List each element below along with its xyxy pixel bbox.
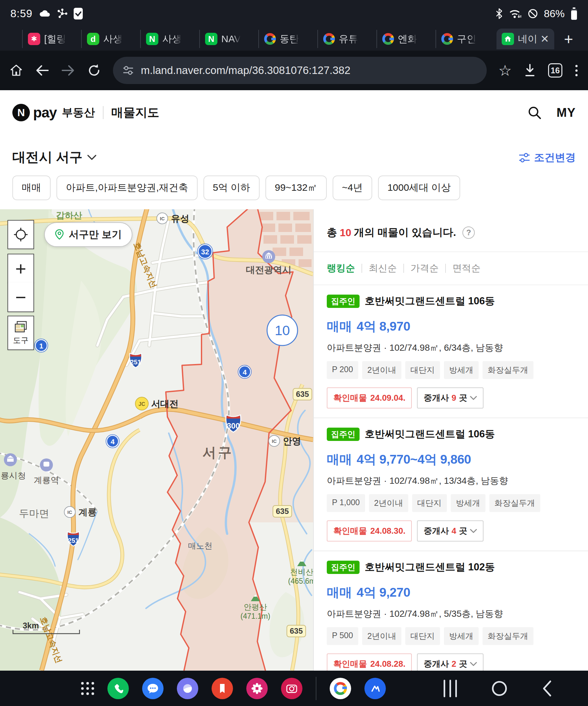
sort-newest[interactable]: 최신순 xyxy=(362,262,403,275)
screen: 8:59 86% ✱[힐링 d사생 N사생 NNAV 동탄 유튜 엔화 구인 네… xyxy=(0,0,588,706)
cluster-marker[interactable]: 10 xyxy=(267,315,298,346)
tag: 화장실두개 xyxy=(482,361,534,379)
sort-area[interactable]: 면적순 xyxy=(446,262,487,275)
home-key[interactable] xyxy=(492,681,507,696)
route-4-badge-north: 4 xyxy=(238,365,251,379)
content: 갑하산 IC 유성 32 xyxy=(0,209,588,671)
chip-age[interactable]: ~4년 xyxy=(332,175,372,200)
google-app-icon[interactable] xyxy=(330,678,351,699)
listing-title[interactable]: 호반써밋그랜드센트럴 106동 xyxy=(365,294,495,308)
messages-app-icon[interactable] xyxy=(142,678,163,699)
taskbar xyxy=(0,671,588,706)
map-tools-button[interactable]: 도구 xyxy=(7,316,34,350)
naver-land-favicon xyxy=(502,33,514,45)
svg-text:계룡시청: 계룡시청 xyxy=(0,471,26,480)
url-bar[interactable]: m.land.naver.com/map/36.3081076:127.382 xyxy=(113,57,487,84)
tab-naver-1[interactable]: N사생 xyxy=(140,30,199,48)
listing-card[interactable]: 집주인 호반써밋그랜드센트럴 106동 매매4억 9,770~4억 9,860 … xyxy=(314,418,588,551)
brokers-dropdown[interactable]: 중개사 4 곳 xyxy=(417,520,483,542)
close-tab-icon[interactable]: ✕ xyxy=(540,34,549,44)
tab-switcher-button[interactable]: 16 xyxy=(548,63,562,78)
tag: 대단지 xyxy=(405,361,440,379)
sort-ranking[interactable]: 랭킹순 xyxy=(327,262,361,275)
tab-healing[interactable]: ✱[힐링 xyxy=(22,30,81,48)
back-key[interactable] xyxy=(542,680,552,697)
tab-google-2[interactable]: 유튜 xyxy=(317,30,377,48)
listing-spec: 아파트분양권 · 102/74.98㎡, 5/35층, 남동향 xyxy=(327,608,575,620)
red-app-icon[interactable] xyxy=(211,678,233,699)
ipadmarket-favicon: ✱ xyxy=(28,33,40,45)
listing-card[interactable]: 집주인 호반써밋그랜드센트럴 102동 매매4억 9,270 아파트분양권 · … xyxy=(314,551,588,671)
locate-button[interactable] xyxy=(7,220,34,249)
new-tab-button[interactable]: + xyxy=(564,30,573,48)
chevron-down-icon xyxy=(87,154,97,160)
battery-icon xyxy=(571,7,578,20)
camera-app-icon[interactable] xyxy=(281,678,303,699)
sort-options: 랭킹순 최신순 가격순 면적순 xyxy=(314,252,588,285)
tag: P 200 xyxy=(327,361,358,379)
svg-text:IC: IC xyxy=(160,216,165,221)
svg-text:300: 300 xyxy=(227,422,240,430)
phone-app-icon[interactable] xyxy=(107,678,129,699)
filter-sliders-icon xyxy=(518,152,530,163)
ic-anyoung-badge: IC 안영 xyxy=(269,435,301,446)
tab-naver-land-active[interactable]: 네이 ✕ xyxy=(497,29,554,49)
help-icon[interactable]: ? xyxy=(462,227,475,239)
app-drawer-button[interactable] xyxy=(81,682,94,695)
notification-molecule-icon xyxy=(57,8,68,19)
bookmark-star-icon[interactable]: ☆ xyxy=(499,63,512,78)
realestate-label[interactable]: 부동산 xyxy=(62,105,95,120)
naver-map-app-icon[interactable] xyxy=(364,678,386,699)
map-canvas[interactable]: 갑하산 IC 유성 32 xyxy=(0,209,313,671)
naver-logo[interactable]: N xyxy=(12,104,30,121)
tab-google-3[interactable]: 엔화 xyxy=(377,30,435,48)
brokers-dropdown[interactable]: 중개사 2 곳 xyxy=(417,654,483,671)
listing-title[interactable]: 호반써밋그랜드센트럴 106동 xyxy=(365,427,495,441)
page-header: N pay 부동산 매물지도 MY 대전시 서구 조건변경 매매 아파트,아파트… xyxy=(0,90,588,209)
reload-button[interactable] xyxy=(87,63,101,78)
search-icon[interactable] xyxy=(527,106,542,120)
listing-card[interactable]: 집주인 호반써밋그랜드센트럴 106동 매매4억 8,970 아파트분양권 · … xyxy=(314,285,588,418)
samsung-internet-app-icon[interactable] xyxy=(177,678,198,699)
forward-button[interactable] xyxy=(61,64,75,77)
tab-daum[interactable]: d사생 xyxy=(81,30,140,48)
google-favicon xyxy=(323,33,335,45)
tag: 2년이내 xyxy=(362,627,401,645)
sort-price[interactable]: 가격순 xyxy=(404,262,445,275)
chip-price[interactable]: 5억 이하 xyxy=(203,175,260,200)
site-settings-icon[interactable] xyxy=(123,66,134,75)
region-selector[interactable]: 대전시 서구 xyxy=(12,148,97,166)
tab-google-4[interactable]: 구인 xyxy=(435,30,495,48)
back-button[interactable] xyxy=(35,64,49,77)
zoom-out-button[interactable]: − xyxy=(7,282,34,312)
show-district-only-button[interactable]: 서구만 보기 xyxy=(44,222,132,247)
confirmed-listing-badge: 확인매물 24.08.28. xyxy=(327,654,412,671)
chip-area[interactable]: 99~132㎡ xyxy=(266,175,327,200)
change-conditions-button[interactable]: 조건변경 xyxy=(518,151,576,166)
pay-logo-text[interactable]: pay xyxy=(33,105,57,121)
tag: 대단지 xyxy=(412,494,447,512)
daum-favicon: d xyxy=(87,33,99,45)
download-icon[interactable] xyxy=(523,63,537,78)
recents-key[interactable] xyxy=(443,680,457,697)
zoom-in-button[interactable]: + xyxy=(7,254,34,283)
my-menu[interactable]: MY xyxy=(556,106,576,120)
tab-google-1[interactable]: 동탄 xyxy=(258,30,317,48)
listing-title[interactable]: 호반써밋그랜드센트럴 102동 xyxy=(365,560,495,574)
url-text[interactable]: m.land.naver.com/map/36.3081076:127.382 xyxy=(141,64,350,77)
confirmed-listing-badge: 확인매물 24.08.30. xyxy=(327,520,412,542)
tab-naver-2[interactable]: NNAV xyxy=(199,30,258,48)
browser-menu-button[interactable] xyxy=(574,64,579,78)
chip-households[interactable]: 1000세대 이상 xyxy=(378,175,460,200)
home-button[interactable] xyxy=(9,63,23,78)
brokers-dropdown[interactable]: 중개사 9 곳 xyxy=(417,387,483,408)
weather-cloud-icon xyxy=(38,9,51,18)
chip-property-type[interactable]: 아파트,아파트분양권,재건축 xyxy=(56,175,198,200)
browser-toolbar: m.land.naver.com/map/36.3081076:127.382 … xyxy=(0,51,588,90)
flower-app-icon[interactable] xyxy=(246,678,268,699)
svg-text:(465.6m: (465.6m xyxy=(288,577,313,585)
chip-trade-type[interactable]: 매매 xyxy=(12,175,51,200)
brokers-count: 9 xyxy=(452,393,456,403)
svg-text:(471.1m): (471.1m) xyxy=(240,612,270,620)
map[interactable]: 갑하산 IC 유성 32 xyxy=(0,209,313,671)
